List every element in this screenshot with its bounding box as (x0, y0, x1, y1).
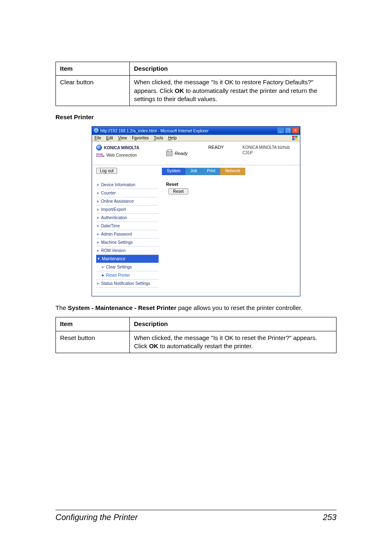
footer-page-number: 253 (323, 513, 337, 522)
sidebar-item-authentication[interactable]: ▶Authentication (96, 214, 159, 222)
window-maximize-button[interactable]: ❐ (285, 127, 291, 133)
window-close-button[interactable]: X (292, 127, 299, 133)
subheader-row: Log out System Job Print Network (92, 165, 300, 179)
table1-cell-desc: When clicked, the message "Is it OK to r… (130, 76, 337, 106)
table2-cell-desc: When clicked, the message "Is it OK to r… (130, 331, 337, 353)
sidebar-item-admin-password[interactable]: ▶Admin Password (96, 230, 159, 238)
screenshot-container: http://192.168.1.2/a_index.html - Micros… (55, 126, 337, 296)
windows-flag-icon (292, 135, 298, 141)
table-reset-button: Item Description Reset button When click… (55, 317, 337, 353)
ready-indicator: Ready (166, 145, 188, 162)
ie-icon (94, 128, 99, 134)
browser-menubar: File Edit View Favorites Tools Help (92, 135, 300, 141)
menu-edit[interactable]: Edit (106, 136, 113, 140)
sidebar-item-counter[interactable]: ▶Counter (96, 189, 159, 197)
content-pane: Reset Reset (162, 179, 300, 292)
menu-help[interactable]: Help (168, 136, 177, 140)
table2-cell-item: Reset button (56, 331, 130, 353)
table2-header-desc: Description (130, 317, 337, 331)
tab-print[interactable]: Print (202, 168, 220, 175)
sidebar-item-online-assistance[interactable]: ▶Online Assistance (96, 197, 159, 206)
brand-logo: KONICA MINOLTA (96, 145, 159, 150)
table1-header-desc: Description (130, 62, 337, 76)
ready-status-text: READY (208, 145, 224, 162)
sidebar-item-date-time[interactable]: ▶Date/Time (96, 222, 159, 230)
nav-tabs: System Job Print Network (162, 165, 300, 179)
window-titlebar: http://192.168.1.2/a_index.html - Micros… (92, 127, 300, 135)
svg-rect-2 (295, 136, 297, 138)
sidebar-item-maintenance[interactable]: ▼Maintenance (96, 255, 159, 263)
sidebar-item-reset-printer[interactable]: ▶Reset Printer (96, 271, 159, 280)
status-area: Ready READY (162, 141, 238, 165)
menu-favorites[interactable]: Favorites (132, 136, 149, 140)
main-area: ▶Device Information ▶Counter ▶Online Ass… (92, 179, 300, 292)
section-title-reset-printer: Reset Printer (55, 113, 337, 120)
window-minimize-button[interactable]: _ (277, 127, 284, 133)
svg-rect-1 (292, 136, 295, 138)
pane-title: Reset (166, 182, 296, 187)
tab-job[interactable]: Job (185, 168, 202, 175)
browser-window: http://192.168.1.2/a_index.html - Micros… (92, 126, 300, 296)
menu-tools[interactable]: Tools (154, 136, 163, 140)
brand-area: KONICA MINOLTA PAGESCOPE Web Connection (92, 141, 162, 165)
footer-title: Configuring the Printer (55, 513, 138, 522)
pagescope-icon: PAGESCOPE (96, 153, 105, 157)
tab-network[interactable]: Network (220, 168, 245, 175)
header-band: KONICA MINOLTA PAGESCOPE Web Connection … (92, 141, 300, 165)
svg-rect-4 (295, 138, 297, 140)
sidebar-item-clear-settings[interactable]: ▶Clear Settings (96, 263, 159, 271)
sidebar-item-rom-version[interactable]: ▶ROM Version (96, 247, 159, 255)
svg-rect-3 (292, 138, 295, 140)
page: Item Description Clear button When click… (0, 0, 392, 555)
body-paragraph: The System - Maintenance - Reset Printer… (55, 304, 337, 312)
table1-header-item: Item (56, 62, 130, 76)
table-clear-button: Item Description Clear button When click… (55, 62, 337, 106)
reset-button[interactable]: Reset (168, 188, 188, 194)
sidebar-item-import-export[interactable]: ▶Import/Export (96, 206, 159, 214)
table2-header-item: Item (56, 317, 130, 331)
page-footer: Configuring the Printer 253 (55, 510, 337, 522)
sidebar-item-machine-settings[interactable]: ▶Machine Settings (96, 238, 159, 247)
window-title: http://192.168.1.2/a_index.html - Micros… (100, 129, 208, 133)
model-info: KONICA MINOLTA bizhub C31P (238, 141, 300, 165)
sidebar-item-status-notification[interactable]: ▶Status Notification Settings (96, 280, 159, 288)
printer-icon (166, 150, 173, 156)
table1-cell-item: Clear button (56, 76, 130, 106)
status-bar (92, 292, 300, 296)
web-connection-label: PAGESCOPE Web Connection (96, 153, 159, 157)
sidebar-item-device-info[interactable]: ▶Device Information (96, 181, 159, 189)
menu-view[interactable]: View (118, 136, 127, 140)
tab-system[interactable]: System (162, 168, 185, 175)
menu-file[interactable]: File (95, 136, 101, 140)
globe-icon (96, 145, 102, 150)
logout-button[interactable]: Log out (96, 168, 117, 174)
sidebar: ▶Device Information ▶Counter ▶Online Ass… (92, 179, 162, 292)
brand-name: KONICA MINOLTA (104, 146, 139, 150)
